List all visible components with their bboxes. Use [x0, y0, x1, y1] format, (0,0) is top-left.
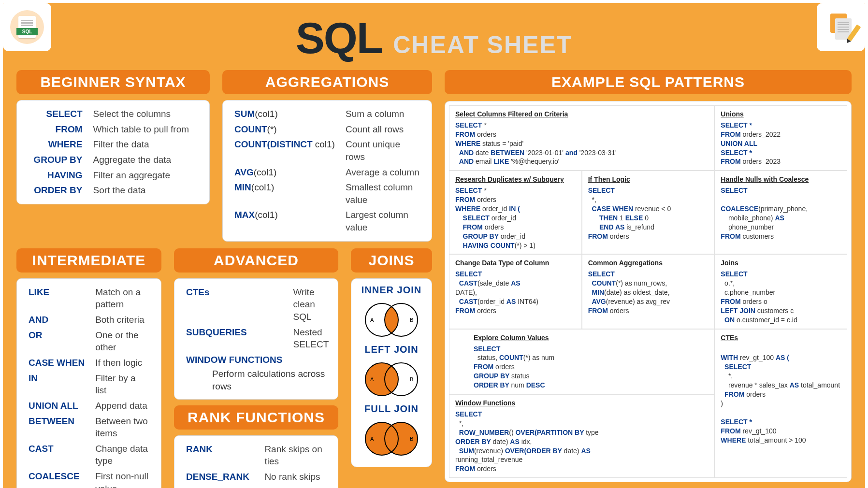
advanced-card: CTEsWrite clean SQLSUBQUERIESNested SELE…: [174, 278, 338, 400]
kw-row: CTEsWrite clean SQL: [183, 285, 332, 325]
window-note: Perform calculations across rows: [183, 368, 329, 393]
kw-row: DENSE_RANKNo rank skips: [183, 469, 329, 485]
kw-row: FROMWhich table to pull from: [26, 122, 201, 137]
kw-row: ORDER BYSort the data: [26, 183, 201, 198]
pattern-filter: Select Columns Filtered on Criteria SELE…: [449, 105, 714, 171]
left-join-label: LEFT JOIN: [364, 344, 418, 355]
kw-row: ANDBoth criteria: [26, 312, 152, 328]
kw-row: INFilter by a list: [26, 371, 152, 398]
kw-row: SELECTSelect the columns: [26, 106, 201, 122]
pattern-window: Window Functions SELECT *, ROW_NUMBER() …: [449, 394, 714, 478]
pattern-ifthen: If Then Logic SELECT *, CASE WHEN revenu…: [582, 171, 715, 254]
kw-row: ROW_NUMBERNo rank ties: [183, 485, 329, 488]
kw-row: COUNT(DISTINCT col1)Count unique rows: [231, 137, 423, 164]
kw-row: LIKEMatch on a pattern: [26, 285, 152, 312]
pattern-ctes: CTEs WITH rev_gt_100 AS ( SELECT *, reve…: [714, 329, 847, 478]
svg-text:B: B: [410, 317, 413, 323]
inner-join-icon: A B: [358, 301, 425, 339]
pattern-duplicates: Research Duplicates w/ Subquery SELECT *…: [449, 171, 582, 254]
pattern-explore: Explore Column Values SELECT status, COU…: [449, 329, 714, 394]
pattern-cast: Change Data Type of Column SELECT CAST(s…: [449, 254, 582, 329]
joins-header: JOINS: [351, 248, 432, 273]
pattern-aggs: Common Aggregations SELECT COUNT(*) as n…: [582, 254, 715, 329]
kw-row: AVG(col1)Average a column: [231, 165, 423, 180]
joins-card: INNER JOIN A B LEFT JOIN: [351, 278, 432, 467]
kw-row: WHEREFilter the data: [26, 137, 201, 152]
kw-row: SUM(col1)Sum a column: [231, 106, 423, 122]
kw-row: WINDOW FUNCTIONS: [183, 352, 332, 368]
title-main: SQL: [296, 14, 382, 62]
kw-row: CASE WHENIf then logic: [26, 355, 152, 371]
pattern-unions: Unions SELECT * FROM orders_2022 UNION A…: [714, 105, 847, 171]
beginner-header: BEGINNER SYNTAX: [16, 70, 210, 94]
pattern-joins: Joins SELECT o.*, c.phone_number FROM or…: [714, 254, 847, 329]
svg-text:B: B: [410, 436, 413, 442]
aggregations-card: SUM(col1)Sum a columnCOUNT(*)Count all r…: [222, 100, 432, 242]
kw-row: MAX(col1)Largest column value: [231, 207, 423, 235]
kw-row: GROUP BYAggregate the data: [26, 152, 201, 168]
intermediate-header: INTERMEDIATE: [16, 248, 161, 273]
svg-text:A: A: [370, 376, 374, 382]
intermediate-card: LIKEMatch on a patternANDBoth criteriaOR…: [16, 278, 161, 488]
patterns-header: EXAMPLE SQL PATTERNS: [445, 70, 852, 94]
sql-file-icon: [18, 16, 36, 38]
kw-row: HAVINGFilter an aggregate: [26, 168, 201, 183]
cheat-sheet: the query SQL CHEAT SHEET BEGINNER SYNTA…: [3, 3, 865, 488]
beginner-card: SELECTSelect the columnsFROMWhich table …: [16, 100, 210, 204]
kw-row: MIN(col1)Smallest column value: [231, 180, 423, 207]
kw-row: RANKRank skips on ties: [183, 442, 329, 469]
notes-pencil-icon: [827, 14, 854, 41]
full-join-label: FULL JOIN: [364, 403, 419, 415]
title-sub: CHEAT SHEET: [393, 31, 572, 58]
advanced-header: ADVANCED: [174, 248, 338, 273]
kw-row: COALESCEFirst non-null value: [26, 469, 152, 488]
rank-card: RANKRank skips on tiesDENSE_RANKNo rank …: [174, 435, 338, 488]
kw-row: UNION ALLAppend data: [26, 398, 152, 414]
kw-row: OROne or the other: [26, 328, 152, 355]
notes-corner: [817, 3, 865, 51]
page-title: SQL CHEAT SHEET: [16, 12, 852, 70]
pattern-coalesce: Handle Nulls with Coalesce SELECT COALES…: [714, 171, 847, 254]
patterns-grid: Select Columns Filtered on Criteria SELE…: [445, 101, 852, 482]
kw-row: BETWEENBetween two items: [26, 414, 152, 441]
svg-text:A: A: [370, 317, 374, 323]
full-join-icon: A B: [358, 419, 425, 458]
sql-badge-corner: [3, 3, 51, 51]
aggregations-header: AGGREGATIONS: [222, 70, 432, 94]
left-join-icon: A B: [358, 360, 425, 399]
kw-row: COUNT(*)Count all rows: [231, 122, 423, 137]
kw-row: SUBQUERIESNested SELECT: [183, 325, 332, 352]
svg-text:B: B: [410, 376, 413, 382]
kw-row: CASTChange data type: [26, 441, 152, 469]
rank-header: RANK FUNCTIONS: [174, 405, 338, 430]
inner-join-label: INNER JOIN: [362, 285, 421, 296]
svg-text:A: A: [370, 436, 374, 442]
sql-badge-circle: [10, 10, 44, 44]
